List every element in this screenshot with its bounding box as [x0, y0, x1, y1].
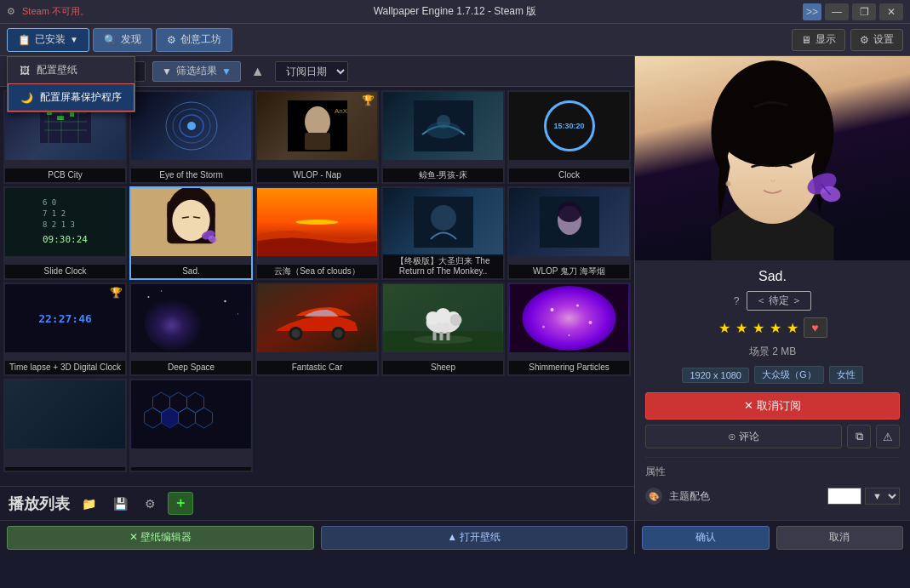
gear-icon: ⚙	[860, 34, 869, 46]
open-wallpaper-button[interactable]: ▲ 打开壁纸	[321, 526, 628, 550]
main-container: 🔍 ▼ 筛选结果 ▼ ▲ 订阅日期 名称 评分	[0, 56, 910, 554]
settings-label: 设置	[873, 32, 894, 47]
filter-button[interactable]: ▼ 筛选结果 ▼	[152, 61, 241, 82]
sort-select[interactable]: 订阅日期 名称 评分	[275, 61, 348, 82]
grid-item-sad[interactable]: Sad.	[129, 186, 253, 280]
svg-point-13	[187, 122, 196, 130]
grid-item-shimmer[interactable]: Shimmering Particles	[507, 283, 631, 376]
grid-item-sad-label: Sad.	[131, 265, 251, 278]
theme-color-icon: 🎨	[645, 488, 662, 505]
svg-line-26	[194, 217, 200, 218]
display-icon: 🖥	[801, 34, 811, 46]
confirm-button[interactable]: 确认	[642, 526, 770, 550]
left-panel: 🔍 ▼ 筛选结果 ▼ ▲ 订阅日期 名称 评分	[0, 56, 634, 554]
grid-item-extra1[interactable]	[3, 379, 127, 472]
svg-rect-56	[440, 332, 444, 340]
expand-button[interactable]: >>	[803, 3, 821, 20]
restore-button[interactable]: ❐	[852, 3, 876, 20]
svg-point-37	[145, 293, 213, 352]
discover-button[interactable]: 🔍 发现	[93, 28, 152, 52]
workshop-icon: ⚙	[167, 34, 176, 46]
grid-item-hex[interactable]	[129, 379, 253, 472]
tags-row: 1920 x 1080 大众级（G） 女性	[645, 366, 900, 384]
playlist-save-button[interactable]: 💾	[108, 495, 133, 512]
digital-clock-display: 22:27:46	[38, 312, 92, 325]
svg-rect-16	[305, 133, 330, 150]
gender-tag: 女性	[829, 366, 863, 384]
svg-point-44	[292, 329, 300, 338]
grid-item-wlop-nap[interactable]: AnX WLOP - Nap 🏆	[255, 90, 379, 184]
grid-item-timelapse[interactable]: 22:27:46 Time lapse + 3D Digital Clock 🏆	[3, 283, 127, 376]
color-dropdown[interactable]: ▼	[865, 488, 900, 505]
warning-button[interactable]: ⚠	[876, 425, 900, 448]
item-title: Sad.	[645, 269, 900, 284]
grid-item-pcb-city-label: PCB City	[5, 168, 125, 182]
review-row: ⊙ 评论 ⧉ ⚠	[645, 425, 900, 448]
svg-point-30	[296, 220, 339, 225]
grid-item-monkey[interactable]: 【终极版】大圣归来 The Return of The Monkey..	[381, 186, 505, 280]
scene-info: 场景 2 MB	[645, 345, 900, 359]
svg-rect-8	[57, 116, 64, 120]
window-title: Wallpaper Engine 1.7.12 - Steam 版	[374, 4, 537, 19]
grid-item-shimmer-label: Shimmering Particles	[509, 361, 629, 374]
svg-point-20	[437, 115, 450, 128]
copy-button[interactable]: ⧉	[847, 425, 871, 448]
grid-item-clock-label: Clock	[509, 168, 629, 182]
playlist-folder-button[interactable]: 📁	[77, 495, 101, 512]
svg-point-59	[523, 286, 616, 351]
grid-item-sheep[interactable]: Sheep	[381, 283, 505, 376]
svg-rect-65	[132, 380, 251, 448]
grid-item-clock[interactable]: 15:30:20 Clock	[507, 90, 631, 184]
configure-wallpaper-item[interactable]: 🖼 配置壁纸	[8, 57, 134, 83]
resolution-tag: 1920 x 1080	[682, 368, 749, 383]
grid-item-sea-clouds[interactable]: 云海（Sea of clouds）	[255, 186, 379, 280]
grid-item-car[interactable]: Fantastic Car	[255, 283, 379, 376]
svg-point-32	[431, 205, 456, 231]
author-question: ?	[734, 295, 740, 307]
window-controls: >> — ❐ ✕	[803, 3, 903, 20]
svg-point-15	[305, 106, 330, 137]
svg-point-39	[161, 290, 163, 292]
installed-button[interactable]: 📋 已安装 ▼	[7, 28, 89, 52]
theme-color-label: 主题配色	[669, 489, 710, 504]
wallpaper-editor-button[interactable]: ✕ 壁纸编辑器	[7, 526, 314, 550]
filter-funnel-icon: ▼	[221, 66, 232, 77]
grid-item-hex-label	[131, 467, 251, 471]
svg-point-38	[148, 296, 150, 298]
unsubscribe-button[interactable]: ✕ 取消订阅	[645, 392, 900, 420]
filter-icon: ▼	[162, 66, 172, 77]
configure-wallpaper-label: 配置壁纸	[37, 63, 77, 77]
close-button[interactable]: ✕	[879, 3, 903, 20]
configure-screensaver-label: 配置屏幕保护程序	[40, 90, 122, 105]
minimize-button[interactable]: —	[825, 3, 849, 20]
grid-item-deepspace[interactable]: Deep Space	[129, 283, 253, 376]
svg-rect-57	[447, 332, 450, 340]
grid-item-deepspace-label: Deep Space	[131, 361, 251, 374]
info-section: Sad. ? ＜ 待定 ＞ ★ ★ ★ ★ ★ ♥ 场景 2 MB 1920 x…	[635, 260, 910, 520]
display-label: 显示	[816, 32, 836, 47]
heart-button[interactable]: ♥	[804, 317, 827, 338]
grid-item-fish-bed[interactable]: 鲸鱼-男孩-床	[381, 90, 505, 184]
grid-item-eye-storm[interactable]: Eye of the Storm	[129, 90, 253, 184]
toolbar-right: 🖥 显示 ⚙ 设置	[792, 29, 903, 51]
sort-direction-button[interactable]: ▲	[248, 64, 268, 79]
playlist-settings-button[interactable]: ⚙	[140, 495, 161, 512]
display-button[interactable]: 🖥 显示	[792, 29, 845, 51]
grid-item-slide-clock[interactable]: 6 0 7 1 2 8 2 1 3 09:30:24 Slide Clock	[3, 186, 127, 280]
star-3: ★	[753, 320, 764, 336]
workshop-button[interactable]: ⚙ 创意工坊	[156, 28, 232, 52]
cancel-button[interactable]: 取消	[776, 526, 904, 550]
color-swatch	[827, 488, 861, 505]
steam-icon: ⚙	[7, 6, 15, 17]
configure-screensaver-item[interactable]: 🌙 配置屏幕保护程序	[8, 83, 134, 111]
grid-item-wlop-nap-label: WLOP - Nap	[257, 168, 377, 182]
item-author: ? ＜ 待定 ＞	[645, 291, 900, 311]
main-toolbar: 📋 已安装 ▼ 🔍 发现 ⚙ 创意工坊 🖥 显示 ⚙ 设置 🖼 配置壁纸 🌙 配…	[0, 24, 910, 56]
grid-item-wlop2[interactable]: WLOP 鬼刀 海琴烟	[507, 186, 631, 280]
playlist-add-button[interactable]: ＋	[168, 492, 193, 515]
svg-point-41	[238, 313, 238, 314]
properties-title: 属性	[645, 465, 900, 479]
playlist-bar: 播放列表 📁 💾 ⚙ ＋	[0, 486, 634, 520]
review-button[interactable]: ⊙ 评论	[645, 425, 842, 448]
settings-button[interactable]: ⚙ 设置	[850, 29, 903, 51]
